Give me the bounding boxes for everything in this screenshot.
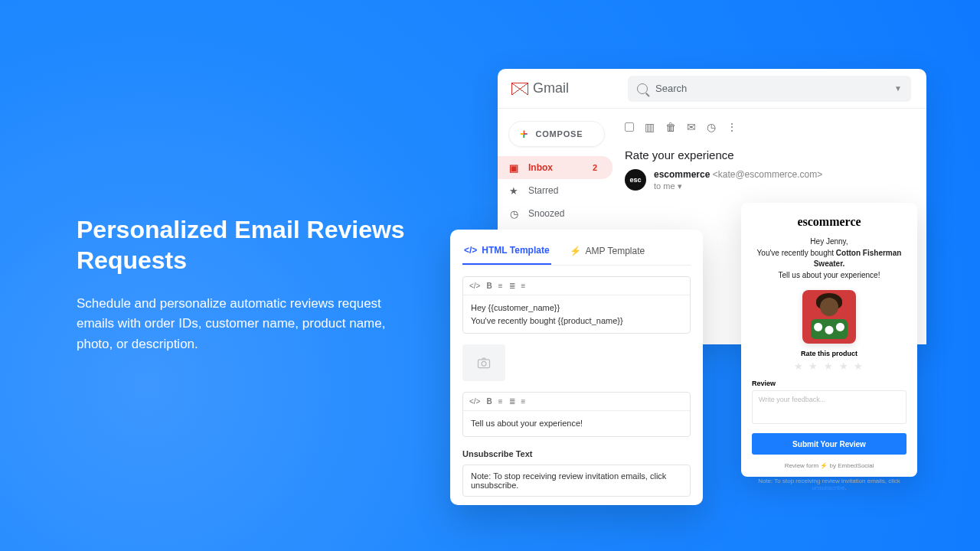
list2-icon[interactable]: ≡ bbox=[521, 282, 526, 290]
snoozed-label: Snoozed bbox=[528, 208, 564, 219]
template-editor: </> HTML Template ⚡ AMP Template </> B ≡… bbox=[450, 230, 703, 505]
delete-icon[interactable]: 🗑 bbox=[665, 121, 676, 133]
rate-label: Rate this product bbox=[752, 350, 906, 357]
svg-point-1 bbox=[482, 361, 486, 366]
preview-footer: Review form ⚡ by EmbedSocial bbox=[752, 462, 906, 469]
clock-icon: ◷ bbox=[508, 208, 519, 220]
search-input[interactable]: Search ▼ bbox=[628, 76, 911, 102]
submit-review-button[interactable]: Submit Your Review bbox=[752, 433, 906, 455]
tab-html-template[interactable]: </> HTML Template bbox=[462, 240, 551, 265]
review-textarea[interactable]: Write your feedback... bbox=[752, 390, 906, 424]
sender-to-line[interactable]: to me ▾ bbox=[654, 181, 822, 191]
search-caret-icon[interactable]: ▼ bbox=[894, 84, 902, 93]
footer-a: Review form bbox=[785, 462, 821, 469]
code-icon[interactable]: </> bbox=[469, 282, 480, 290]
list-icon[interactable]: ≣ bbox=[509, 397, 515, 406]
editor-tabs: </> HTML Template ⚡ AMP Template bbox=[462, 240, 691, 266]
unsubscribe-link[interactable]: unsubscribe bbox=[812, 484, 844, 491]
bold-icon[interactable]: B bbox=[486, 397, 492, 406]
search-icon bbox=[637, 83, 648, 94]
list2-icon[interactable]: ≡ bbox=[521, 397, 526, 406]
tab-amp-label: AMP Template bbox=[586, 246, 645, 256]
note-a: Note: To stop receiving review invitatio… bbox=[758, 478, 900, 484]
sidebar-item-snoozed[interactable]: ◷ Snoozed bbox=[498, 202, 612, 225]
bolt-icon: ⚡ bbox=[570, 246, 581, 256]
preview-product-image bbox=[802, 290, 856, 344]
editor-block-2[interactable]: </> B ≡ ≣ ≡ Tell us about your experienc… bbox=[462, 392, 691, 437]
more-icon[interactable]: ⋮ bbox=[727, 121, 737, 133]
preview-brand: escommerce bbox=[752, 215, 906, 229]
gmail-toolbar: ▥ 🗑 ✉ ◷ ⋮ bbox=[625, 116, 914, 138]
toolbar-2[interactable]: </> B ≡ ≣ ≡ bbox=[463, 393, 690, 411]
archive-icon[interactable]: ▥ bbox=[645, 121, 655, 133]
preview-line3: Tell us about your experience! bbox=[779, 271, 880, 279]
unsubscribe-note: Note: To stop receiving review invitatio… bbox=[741, 478, 917, 491]
sidebar-item-inbox[interactable]: ▣ Inbox 2 bbox=[498, 156, 612, 179]
note-b: . bbox=[844, 484, 846, 491]
gmail-header: Gmail Search ▼ bbox=[498, 69, 926, 109]
plus-icon: + bbox=[520, 126, 528, 142]
editor-block-1-body[interactable]: Hey {{customer_name}} You've recently bo… bbox=[463, 295, 690, 333]
inbox-icon: ▣ bbox=[508, 162, 519, 174]
footer-b: by EmbedSocial bbox=[830, 462, 874, 469]
mail-icon[interactable]: ✉ bbox=[687, 121, 696, 133]
email-subject: Rate your experience bbox=[625, 148, 914, 161]
hero-copy: Personalized Email Reviews Requests Sche… bbox=[77, 214, 413, 354]
preview-body: Hey Jenny, You've recently bought Cotton… bbox=[752, 236, 906, 281]
select-checkbox[interactable] bbox=[625, 122, 634, 132]
snooze-icon[interactable]: ◷ bbox=[707, 121, 716, 133]
sender-address: <kate@escommerce.com> bbox=[713, 169, 823, 180]
sidebar-item-starred[interactable]: ★ Starred bbox=[498, 179, 612, 202]
gmail-product-name: Gmail bbox=[533, 80, 569, 96]
inbox-count: 2 bbox=[593, 163, 602, 172]
align-icon[interactable]: ≡ bbox=[498, 397, 503, 406]
code-icon[interactable]: </> bbox=[469, 397, 480, 406]
hero-title: Personalized Email Reviews Requests bbox=[77, 214, 413, 276]
preview-greeting: Hey Jenny, bbox=[810, 237, 848, 246]
align-icon[interactable]: ≡ bbox=[498, 282, 503, 290]
email-preview: escommerce Hey Jenny, You've recently bo… bbox=[741, 203, 917, 477]
unsubscribe-text-input[interactable]: Note: To stop receiving review invitatio… bbox=[462, 465, 691, 497]
review-label: Review bbox=[752, 380, 906, 387]
svg-rect-0 bbox=[479, 360, 490, 368]
bold-icon[interactable]: B bbox=[486, 282, 492, 290]
compose-label: COMPOSE bbox=[536, 129, 583, 139]
unsubscribe-label: Unsubscribe Text bbox=[462, 449, 691, 458]
toolbar-1[interactable]: </> B ≡ ≣ ≡ bbox=[463, 277, 690, 295]
preview-line2a: You've recently bought bbox=[757, 249, 836, 257]
search-placeholder: Search bbox=[655, 83, 687, 94]
bolt-icon: ⚡ bbox=[820, 462, 828, 469]
gmail-logo: Gmail bbox=[498, 80, 612, 96]
email-sender: esc escommerce <kate@escommerce.com> to … bbox=[625, 169, 914, 191]
camera-icon bbox=[476, 355, 492, 370]
editor-block-2-body[interactable]: Tell us about your experience! bbox=[463, 411, 690, 436]
star-icon: ★ bbox=[508, 185, 519, 197]
list-icon[interactable]: ≣ bbox=[509, 282, 515, 290]
rating-stars[interactable]: ★ ★ ★ ★ ★ bbox=[752, 360, 906, 372]
tab-html-label: HTML Template bbox=[482, 245, 549, 256]
inbox-label: Inbox bbox=[528, 162, 553, 173]
gmail-m-icon bbox=[511, 83, 528, 95]
image-upload[interactable] bbox=[462, 344, 505, 381]
editor-block-1[interactable]: </> B ≡ ≣ ≡ Hey {{customer_name}} You've… bbox=[462, 276, 691, 334]
sender-name: escommerce bbox=[654, 169, 710, 180]
starred-label: Starred bbox=[528, 185, 558, 196]
tab-amp-template[interactable]: ⚡ AMP Template bbox=[568, 240, 647, 265]
hero-subtitle: Schedule and personalize automatic revie… bbox=[77, 294, 413, 354]
code-icon: </> bbox=[464, 245, 477, 256]
compose-button[interactable]: + COMPOSE bbox=[508, 121, 605, 147]
sender-avatar: esc bbox=[625, 169, 646, 191]
